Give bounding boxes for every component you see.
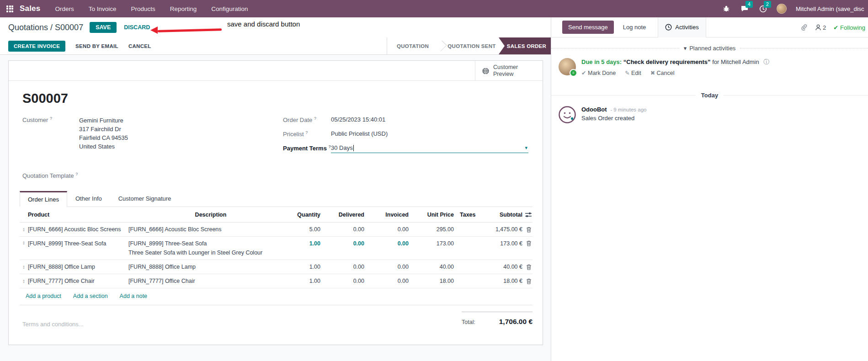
add-product-link[interactable]: Add a product	[26, 293, 61, 299]
following-button[interactable]: ✔ Following	[833, 24, 865, 31]
cell-quantity[interactable]: 1.00	[293, 240, 320, 247]
dropdown-caret-icon[interactable]: ▾	[525, 145, 527, 151]
table-row[interactable]: ▴▾ [FURN_6666] Acoustic Bloc Screens [FU…	[20, 223, 533, 237]
check-icon: ✔	[833, 24, 838, 31]
payment-terms-label: Payment Terms ?	[283, 144, 331, 153]
cell-description[interactable]: [FURN_8888] Office Lamp	[128, 264, 293, 270]
cell-product[interactable]: [FURN_6666] Acoustic Bloc Screens	[28, 226, 128, 233]
col-taxes[interactable]: Taxes	[454, 212, 490, 218]
payment-terms-input[interactable]: 30 Days ▾	[331, 144, 528, 153]
col-unit-price[interactable]: Unit Price	[409, 212, 454, 218]
drag-handle-icon[interactable]: ▴▾	[20, 240, 28, 245]
activity-avatar: ≡	[559, 58, 576, 75]
cell-subtotal: 173.00 €	[490, 240, 522, 247]
cell-invoiced[interactable]: 0.00	[364, 278, 409, 284]
cell-description-line2[interactable]: Three Seater Sofa with Lounger in Steel …	[128, 250, 293, 256]
apps-grid-icon[interactable]	[6, 5, 13, 12]
send-message-button[interactable]: Send message	[562, 21, 614, 34]
cell-quantity[interactable]: 5.00	[293, 226, 320, 233]
table-row[interactable]: ▴▾ [FURN_7777] Office Chair [FURN_7777] …	[20, 274, 533, 288]
message-author[interactable]: OdooBot	[581, 106, 607, 113]
save-button[interactable]: SAVE	[90, 22, 117, 33]
cell-unit-price[interactable]: 295.00	[409, 226, 454, 233]
cell-quantity[interactable]: 1.00	[293, 278, 320, 284]
col-invoiced[interactable]: Invoiced	[364, 212, 409, 218]
activities-clock-icon[interactable]: 2	[758, 4, 767, 13]
attachment-paperclip-icon[interactable]	[801, 24, 808, 31]
cancel-activity-button[interactable]: ✖ Cancel	[650, 69, 675, 76]
cell-invoiced[interactable]: 0.00	[364, 226, 409, 233]
cell-description[interactable]: [FURN_8999] Three-Seat Sofa Three Seater…	[128, 240, 293, 256]
cell-invoiced[interactable]: 0.00	[364, 264, 409, 270]
add-note-link[interactable]: Add a note	[120, 293, 147, 299]
drag-handle-icon[interactable]: ▴▾	[20, 265, 28, 270]
drag-handle-icon[interactable]: ▴▾	[20, 279, 28, 284]
pricelist-value[interactable]: Public Pricelist (USD)	[331, 130, 388, 138]
activities-button[interactable]: Activities	[658, 17, 706, 37]
col-product[interactable]: Product	[28, 212, 128, 218]
cell-delivered[interactable]: 0.00	[320, 264, 364, 270]
drag-handle-icon[interactable]: ▴▾	[20, 227, 28, 232]
user-avatar[interactable]	[777, 4, 787, 14]
followers-button[interactable]: 2	[815, 24, 826, 31]
tab-other-info[interactable]: Other Info	[67, 191, 110, 207]
tab-order-lines[interactable]: Order Lines	[20, 191, 67, 207]
delete-row-icon[interactable]	[522, 264, 533, 270]
cell-description[interactable]: [FURN_7777] Office Chair	[128, 278, 293, 284]
menu-configuration[interactable]: Configuration	[211, 5, 248, 12]
help-icon: ?	[50, 116, 52, 121]
debug-bug-icon[interactable]	[722, 4, 731, 13]
cell-delivered[interactable]: 0.00	[320, 226, 364, 233]
menu-products[interactable]: Products	[131, 5, 155, 12]
delete-row-icon[interactable]	[522, 278, 533, 284]
col-quantity[interactable]: Quantity	[293, 212, 320, 218]
customer-preview-button[interactable]: Customer Preview	[475, 61, 543, 81]
breadcrumb-quotations-link[interactable]: Quotations	[8, 23, 48, 32]
col-delivered[interactable]: Delivered	[320, 212, 364, 218]
cell-product[interactable]: [FURN_8888] Office Lamp	[28, 264, 128, 270]
optional-columns-icon[interactable]	[522, 212, 533, 218]
menu-to-invoice[interactable]: To Invoice	[89, 5, 117, 12]
discard-button[interactable]: DISCARD	[124, 24, 150, 31]
user-name[interactable]: Mitchell Admin (save_discar	[796, 5, 864, 12]
planned-activities-toggle[interactable]: ▾ Planned activities	[684, 45, 736, 52]
tab-customer-signature[interactable]: Customer Signature	[110, 191, 180, 207]
delete-row-icon[interactable]	[522, 240, 533, 246]
col-description[interactable]: Description	[128, 212, 293, 218]
order-date-value[interactable]: 05/25/2023 15:40:01	[331, 116, 385, 123]
messages-icon[interactable]: 4	[740, 4, 749, 13]
customer-link[interactable]: Gemini Furniture	[79, 116, 128, 125]
notebook-tabs: Order Lines Other Info Customer Signatur…	[20, 191, 533, 207]
table-row[interactable]: ▴▾ [FURN_8888] Office Lamp [FURN_8888] O…	[20, 260, 533, 274]
info-icon[interactable]: ⓘ	[763, 58, 769, 65]
add-section-link[interactable]: Add a section	[73, 293, 108, 299]
cell-product[interactable]: [FURN_7777] Office Chair	[28, 278, 128, 284]
col-subtotal[interactable]: Subtotal	[490, 212, 522, 218]
create-invoice-button[interactable]: CREATE INVOICE	[8, 41, 65, 52]
app-title[interactable]: Sales	[20, 4, 40, 13]
cell-unit-price[interactable]: 173.00	[409, 240, 454, 247]
cell-invoiced[interactable]: 0.00	[364, 240, 409, 247]
cell-delivered[interactable]: 0.00	[320, 278, 364, 284]
log-note-button[interactable]: Log note	[623, 24, 646, 31]
cell-description[interactable]: [FURN_6666] Acoustic Bloc Screens	[128, 226, 293, 233]
delete-row-icon[interactable]	[522, 227, 533, 233]
cancel-button[interactable]: CANCEL	[128, 43, 151, 49]
table-header-row: Product Description Quantity Delivered I…	[20, 207, 533, 223]
cell-quantity[interactable]: 1.00	[293, 264, 320, 270]
table-row[interactable]: ▴▾ [FURN_8999] Three-Seat Sofa [FURN_899…	[20, 237, 533, 260]
stage-quotation-sent[interactable]: QUOTATION SENT	[445, 37, 499, 54]
send-by-email-button[interactable]: SEND BY EMAIL	[75, 43, 118, 49]
menu-reporting[interactable]: Reporting	[170, 5, 197, 12]
terms-placeholder[interactable]: Terms and conditions...	[22, 321, 84, 328]
stage-sales-order-active[interactable]: SALES ORDER	[499, 37, 551, 54]
cell-delivered[interactable]: 0.00	[320, 240, 364, 247]
stage-quotation[interactable]: QUOTATION	[387, 37, 438, 54]
menu-orders[interactable]: Orders	[55, 5, 74, 12]
cell-unit-price[interactable]: 40.00	[409, 264, 454, 270]
mark-done-button[interactable]: ✔ Mark Done	[581, 69, 616, 76]
breadcrumb-separator: /	[48, 23, 55, 32]
cell-unit-price[interactable]: 18.00	[409, 278, 454, 284]
cell-product[interactable]: [FURN_8999] Three-Seat Sofa	[28, 240, 128, 247]
edit-activity-button[interactable]: ✎ Edit	[625, 69, 641, 76]
